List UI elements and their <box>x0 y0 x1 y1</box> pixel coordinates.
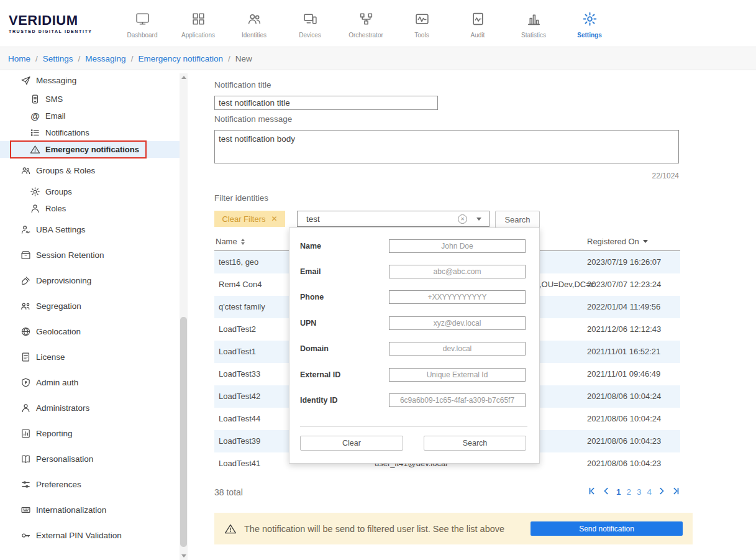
cell-registered-on: 2021/12/06 12:12:43 <box>587 324 661 334</box>
sidebar-item-segregation[interactable]: Segregation <box>0 293 180 319</box>
panel-clear-button[interactable]: Clear <box>300 436 403 451</box>
notification-message-label: Notification message <box>214 114 292 124</box>
sidebar-item-emergency-notifications[interactable]: Emergency notifications <box>0 141 180 158</box>
admin-person-icon <box>20 403 31 413</box>
last-page-icon[interactable] <box>672 487 680 497</box>
nav-item-settings[interactable]: Settings <box>562 9 617 39</box>
sidebar-item-roles[interactable]: Roles <box>0 200 180 217</box>
page-number-1[interactable]: 1 <box>616 487 621 497</box>
person-activity-icon <box>20 224 31 235</box>
cell-name: LoadTest33 <box>219 369 260 379</box>
nav-item-identities[interactable]: Identities <box>226 9 282 39</box>
breadcrumb-messaging[interactable]: Messaging <box>85 54 125 63</box>
sidebar-item-label: Admin auth <box>36 378 78 387</box>
cell-name: LoadTest44 <box>219 414 260 423</box>
sidebar-item-external-pin-validation[interactable]: External PIN Validation <box>0 523 180 548</box>
breadcrumb-separator: / <box>35 54 38 63</box>
broom-icon <box>20 275 31 286</box>
page-number-3[interactable]: 3 <box>637 487 642 497</box>
prev-page-icon[interactable] <box>602 487 611 497</box>
notification-message-textarea[interactable]: test notification body <box>214 130 679 163</box>
sidebar-item-deprovisioning[interactable]: Deprovisioning <box>0 268 180 293</box>
clear-search-icon[interactable]: ✕ <box>458 214 467 224</box>
breadcrumb-emergency-notification[interactable]: Emergency notification <box>138 54 223 63</box>
sidebar-item-label: UBA Settings <box>36 225 86 234</box>
sidebar-item-groups[interactable]: Groups <box>0 183 180 200</box>
nav-item-applications[interactable]: Applications <box>170 9 226 39</box>
first-page-icon[interactable] <box>588 487 596 497</box>
panel-email-input[interactable] <box>389 265 526 278</box>
sidebar-scrollbar[interactable] <box>180 73 188 560</box>
archive-box-icon <box>20 250 31 260</box>
page-number-4[interactable]: 4 <box>647 487 652 497</box>
panel-search-button[interactable]: Search <box>424 436 526 451</box>
tools-icon <box>414 11 430 28</box>
shield-icon <box>20 377 31 388</box>
sidebar-item-session-retention[interactable]: Session Retention <box>0 242 180 268</box>
column-header-name[interactable]: Name <box>216 237 245 246</box>
page-number-2[interactable]: 2 <box>626 487 631 497</box>
scrollbar-thumb[interactable] <box>180 317 187 547</box>
scroll-up-arrow[interactable] <box>180 73 188 81</box>
sidebar-item-personalisation[interactable]: Personalisation <box>0 446 180 472</box>
sidebar-item-uba-settings[interactable]: UBA Settings <box>0 217 180 242</box>
column-header-registered-on[interactable]: Registered On <box>587 237 648 246</box>
sidebar-item-label: Geolocation <box>36 327 81 336</box>
panel-identity-id-input[interactable] <box>389 393 526 407</box>
sidebar-item-administrators[interactable]: Administrators <box>0 395 180 421</box>
panel-phone-label: Phone <box>300 293 324 301</box>
sidebar-item-email[interactable]: @ Email <box>0 108 180 124</box>
sidebar-item-label: Messaging <box>36 76 76 85</box>
nav-item-dashboard[interactable]: Dashboard <box>114 9 170 39</box>
panel-name-input[interactable] <box>389 239 526 253</box>
clear-filters-chip[interactable]: Clear Filters ✕ <box>214 211 285 227</box>
next-page-icon[interactable] <box>657 487 666 497</box>
breadcrumb-home[interactable]: Home <box>8 54 30 63</box>
nav-item-devices[interactable]: Devices <box>282 9 338 39</box>
breadcrumb-separator: / <box>78 54 81 63</box>
sidebar-item-preferences[interactable]: Preferences <box>0 472 180 497</box>
settings-sidebar: Messaging SMS @ Email Notifications Emer… <box>0 70 188 560</box>
scroll-down-arrow[interactable] <box>180 552 188 560</box>
report-chart-icon <box>20 428 31 439</box>
cell-name: LoadTest42 <box>219 392 260 401</box>
cell-name: test16, geo <box>219 257 258 267</box>
cell-name: LoadTest1 <box>219 347 256 356</box>
sidebar-item-label: Administrators <box>36 403 89 413</box>
panel-domain-input[interactable] <box>389 342 526 356</box>
nav-item-statistics[interactable]: Statistics <box>506 9 562 39</box>
sidebar-item-sms[interactable]: SMS <box>0 91 180 108</box>
veridium-logo: VERIDIUM TRUSTED DIGITAL IDENTITY <box>0 14 114 34</box>
panel-upn-label: UPN <box>300 319 316 328</box>
sidebar-item-reporting[interactable]: Reporting <box>0 421 180 446</box>
total-count: 38 total <box>214 487 243 497</box>
breadcrumb-separator: / <box>228 54 230 63</box>
sidebar-item-groups-roles[interactable]: Groups & Roles <box>0 158 180 183</box>
nav-label: Settings <box>577 32 601 39</box>
panel-external-id-input[interactable] <box>389 368 526 382</box>
panel-upn-input[interactable] <box>389 316 526 330</box>
sidebar-item-internationalization[interactable]: Internationalization <box>0 497 180 523</box>
cell-registered-on: 2023/07/07 12:23:24 <box>587 280 661 289</box>
nav-label: Applications <box>181 32 215 39</box>
keyboard-icon <box>20 505 31 515</box>
close-icon[interactable]: ✕ <box>271 214 278 223</box>
send-notification-button[interactable]: Send notification <box>531 521 683 536</box>
list-icon <box>30 127 40 138</box>
panel-phone-input[interactable] <box>389 290 526 304</box>
cell-name: LoadTest2 <box>219 324 256 334</box>
nav-item-audit[interactable]: Audit <box>450 9 506 39</box>
breadcrumb-settings[interactable]: Settings <box>43 54 73 63</box>
search-button[interactable]: Search <box>495 211 540 228</box>
sidebar-item-notifications[interactable]: Notifications <box>0 124 180 141</box>
chevron-down-icon[interactable] <box>476 218 481 221</box>
nav-item-orchestrator[interactable]: Orchestrator <box>338 9 394 39</box>
sidebar-item-messaging[interactable]: Messaging <box>0 70 180 91</box>
sidebar-item-geolocation[interactable]: Geolocation <box>0 319 180 344</box>
sidebar-item-license[interactable]: License <box>0 344 180 370</box>
panel-external-id-label: External ID <box>300 370 340 379</box>
panel-identity-id-label: Identity ID <box>300 396 337 405</box>
sidebar-item-admin-auth[interactable]: Admin auth <box>0 370 180 395</box>
nav-item-tools[interactable]: Tools <box>394 9 450 39</box>
notification-title-input[interactable] <box>214 96 438 110</box>
